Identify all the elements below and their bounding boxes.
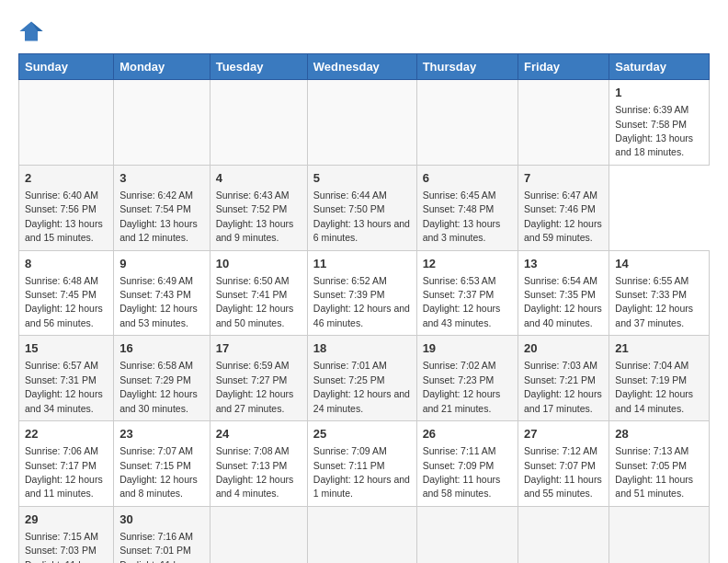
day-number: 12 bbox=[423, 256, 512, 272]
day-info: Sunrise: 6:45 AMSunset: 7:48 PMDaylight:… bbox=[423, 190, 501, 243]
day-info: Sunrise: 7:06 AMSunset: 7:17 PMDaylight:… bbox=[25, 445, 103, 499]
day-number: 17 bbox=[216, 340, 301, 357]
calendar-week-row: 1Sunrise: 6:39 AMSunset: 7:58 PMDaylight… bbox=[19, 80, 710, 166]
day-info: Sunrise: 6:42 AMSunset: 7:54 PMDaylight:… bbox=[119, 190, 198, 243]
day-info: Sunrise: 6:48 AMSunset: 7:45 PMDaylight:… bbox=[25, 275, 103, 328]
day-number: 26 bbox=[423, 426, 512, 442]
day-info: Sunrise: 6:44 AMSunset: 7:50 PMDaylight:… bbox=[313, 190, 410, 243]
calendar-header-row: SundayMondayTuesdayWednesdayThursdayFrid… bbox=[19, 54, 710, 80]
day-info: Sunrise: 6:43 AMSunset: 7:52 PMDaylight:… bbox=[216, 190, 294, 243]
day-info: Sunrise: 6:54 AMSunset: 7:35 PMDaylight:… bbox=[524, 275, 602, 328]
day-info: Sunrise: 7:01 AMSunset: 7:25 PMDaylight:… bbox=[313, 360, 410, 413]
day-info: Sunrise: 6:58 AMSunset: 7:29 PMDaylight:… bbox=[119, 360, 198, 413]
calendar-cell: 10Sunrise: 6:50 AMSunset: 7:41 PMDayligh… bbox=[210, 250, 307, 336]
calendar-cell: 18Sunrise: 7:01 AMSunset: 7:25 PMDayligh… bbox=[307, 336, 416, 421]
day-info: Sunrise: 7:03 AMSunset: 7:21 PMDaylight:… bbox=[524, 360, 602, 413]
calendar-cell: 22Sunrise: 7:06 AMSunset: 7:17 PMDayligh… bbox=[19, 421, 114, 507]
day-info: Sunrise: 7:16 AMSunset: 7:01 PMDaylight:… bbox=[119, 531, 198, 563]
calendar-cell: 29Sunrise: 7:15 AMSunset: 7:03 PMDayligh… bbox=[19, 506, 114, 563]
day-info: Sunrise: 7:13 AMSunset: 7:05 PMDaylight:… bbox=[615, 445, 693, 499]
calendar-cell: 30Sunrise: 7:16 AMSunset: 7:01 PMDayligh… bbox=[114, 506, 210, 563]
calendar-cell: 9Sunrise: 6:49 AMSunset: 7:43 PMDaylight… bbox=[114, 250, 210, 336]
col-header-thursday: Thursday bbox=[416, 54, 518, 80]
day-info: Sunrise: 6:39 AMSunset: 7:58 PMDaylight:… bbox=[615, 104, 693, 157]
day-info: Sunrise: 7:12 AMSunset: 7:07 PMDaylight:… bbox=[524, 445, 602, 499]
day-number: 25 bbox=[313, 426, 411, 442]
calendar-cell: 17Sunrise: 6:59 AMSunset: 7:27 PMDayligh… bbox=[210, 336, 307, 421]
day-number: 16 bbox=[119, 340, 204, 357]
day-number: 6 bbox=[423, 170, 512, 187]
day-number: 28 bbox=[615, 426, 703, 442]
calendar-cell: 2Sunrise: 6:40 AMSunset: 7:56 PMDaylight… bbox=[19, 165, 114, 250]
calendar-cell bbox=[114, 80, 210, 166]
calendar-cell: 7Sunrise: 6:47 AMSunset: 7:46 PMDaylight… bbox=[518, 165, 609, 250]
col-header-tuesday: Tuesday bbox=[210, 54, 307, 80]
day-number: 3 bbox=[119, 170, 204, 187]
calendar-table: SundayMondayTuesdayWednesdayThursdayFrid… bbox=[18, 53, 710, 563]
logo-icon bbox=[18, 18, 44, 44]
calendar-cell bbox=[19, 80, 114, 166]
calendar-cell: 12Sunrise: 6:53 AMSunset: 7:37 PMDayligh… bbox=[416, 250, 518, 336]
day-number: 19 bbox=[423, 340, 512, 357]
day-info: Sunrise: 6:55 AMSunset: 7:33 PMDaylight:… bbox=[615, 275, 693, 328]
day-info: Sunrise: 6:53 AMSunset: 7:37 PMDaylight:… bbox=[423, 275, 501, 328]
calendar-cell: 21Sunrise: 7:04 AMSunset: 7:19 PMDayligh… bbox=[609, 336, 710, 421]
day-number: 4 bbox=[216, 170, 301, 187]
calendar-cell: 4Sunrise: 6:43 AMSunset: 7:52 PMDaylight… bbox=[210, 165, 307, 250]
day-info: Sunrise: 7:15 AMSunset: 7:03 PMDaylight:… bbox=[25, 531, 103, 563]
calendar-cell bbox=[518, 506, 609, 563]
day-number: 1 bbox=[615, 85, 703, 101]
day-info: Sunrise: 7:09 AMSunset: 7:11 PMDaylight:… bbox=[313, 445, 410, 499]
calendar-cell: 3Sunrise: 6:42 AMSunset: 7:54 PMDaylight… bbox=[114, 165, 210, 250]
day-number: 9 bbox=[119, 256, 204, 272]
day-number: 18 bbox=[313, 340, 411, 357]
calendar-week-row: 15Sunrise: 6:57 AMSunset: 7:31 PMDayligh… bbox=[19, 336, 710, 421]
day-info: Sunrise: 6:57 AMSunset: 7:31 PMDaylight:… bbox=[25, 360, 103, 413]
calendar-cell bbox=[307, 506, 416, 563]
day-number: 10 bbox=[216, 256, 301, 272]
calendar-cell bbox=[210, 80, 307, 166]
calendar-cell: 26Sunrise: 7:11 AMSunset: 7:09 PMDayligh… bbox=[416, 421, 518, 507]
day-info: Sunrise: 7:08 AMSunset: 7:13 PMDaylight:… bbox=[216, 445, 294, 499]
col-header-saturday: Saturday bbox=[609, 54, 710, 80]
day-number: 24 bbox=[216, 426, 301, 442]
calendar-cell: 6Sunrise: 6:45 AMSunset: 7:48 PMDaylight… bbox=[416, 165, 518, 250]
day-info: Sunrise: 6:50 AMSunset: 7:41 PMDaylight:… bbox=[216, 275, 294, 328]
calendar-cell bbox=[416, 80, 518, 166]
day-number: 20 bbox=[524, 340, 603, 357]
calendar-cell: 27Sunrise: 7:12 AMSunset: 7:07 PMDayligh… bbox=[518, 421, 609, 507]
calendar-cell bbox=[609, 506, 710, 563]
day-number: 27 bbox=[524, 426, 603, 442]
day-number: 22 bbox=[25, 426, 108, 442]
day-number: 7 bbox=[524, 170, 603, 187]
day-info: Sunrise: 7:11 AMSunset: 7:09 PMDaylight:… bbox=[423, 445, 501, 499]
calendar-week-row: 8Sunrise: 6:48 AMSunset: 7:45 PMDaylight… bbox=[19, 250, 710, 336]
day-number: 30 bbox=[119, 511, 204, 528]
day-info: Sunrise: 6:47 AMSunset: 7:46 PMDaylight:… bbox=[524, 190, 602, 243]
calendar-cell: 23Sunrise: 7:07 AMSunset: 7:15 PMDayligh… bbox=[114, 421, 210, 507]
calendar-cell: 24Sunrise: 7:08 AMSunset: 7:13 PMDayligh… bbox=[210, 421, 307, 507]
day-info: Sunrise: 7:07 AMSunset: 7:15 PMDaylight:… bbox=[119, 445, 198, 499]
calendar-week-row: 22Sunrise: 7:06 AMSunset: 7:17 PMDayligh… bbox=[19, 421, 710, 507]
calendar-cell bbox=[210, 506, 307, 563]
day-number: 21 bbox=[615, 340, 703, 357]
col-header-wednesday: Wednesday bbox=[307, 54, 416, 80]
calendar-cell: 19Sunrise: 7:02 AMSunset: 7:23 PMDayligh… bbox=[416, 336, 518, 421]
day-number: 11 bbox=[313, 256, 411, 272]
calendar-cell: 25Sunrise: 7:09 AMSunset: 7:11 PMDayligh… bbox=[307, 421, 416, 507]
calendar-cell: 15Sunrise: 6:57 AMSunset: 7:31 PMDayligh… bbox=[19, 336, 114, 421]
calendar-cell: 16Sunrise: 6:58 AMSunset: 7:29 PMDayligh… bbox=[114, 336, 210, 421]
logo bbox=[18, 18, 48, 44]
day-info: Sunrise: 7:02 AMSunset: 7:23 PMDaylight:… bbox=[423, 360, 501, 413]
col-header-friday: Friday bbox=[518, 54, 609, 80]
calendar-body: 1Sunrise: 6:39 AMSunset: 7:58 PMDaylight… bbox=[19, 80, 710, 564]
col-header-sunday: Sunday bbox=[19, 54, 114, 80]
calendar-week-row: 29Sunrise: 7:15 AMSunset: 7:03 PMDayligh… bbox=[19, 506, 710, 563]
calendar-cell: 1Sunrise: 6:39 AMSunset: 7:58 PMDaylight… bbox=[609, 80, 710, 166]
calendar-cell bbox=[416, 506, 518, 563]
day-info: Sunrise: 6:59 AMSunset: 7:27 PMDaylight:… bbox=[216, 360, 294, 413]
day-info: Sunrise: 7:04 AMSunset: 7:19 PMDaylight:… bbox=[615, 360, 693, 413]
day-number: 14 bbox=[615, 256, 703, 272]
day-number: 29 bbox=[25, 511, 108, 528]
day-number: 2 bbox=[25, 170, 108, 187]
